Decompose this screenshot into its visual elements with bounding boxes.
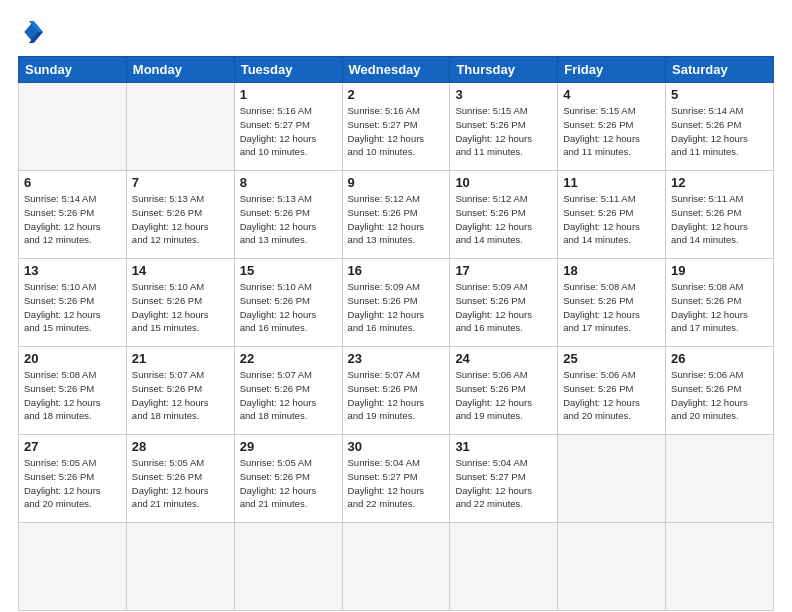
- day-info: Sunrise: 5:08 AM Sunset: 5:26 PM Dayligh…: [24, 368, 121, 423]
- calendar-cell: 18Sunrise: 5:08 AM Sunset: 5:26 PM Dayli…: [558, 259, 666, 347]
- calendar-cell: [342, 523, 450, 611]
- day-info: Sunrise: 5:10 AM Sunset: 5:26 PM Dayligh…: [240, 280, 337, 335]
- calendar-cell: 19Sunrise: 5:08 AM Sunset: 5:26 PM Dayli…: [666, 259, 774, 347]
- calendar-cell: 24Sunrise: 5:06 AM Sunset: 5:26 PM Dayli…: [450, 347, 558, 435]
- calendar-row-1: 6Sunrise: 5:14 AM Sunset: 5:26 PM Daylig…: [19, 171, 774, 259]
- day-number: 24: [455, 351, 552, 366]
- calendar-cell: 13Sunrise: 5:10 AM Sunset: 5:26 PM Dayli…: [19, 259, 127, 347]
- day-number: 12: [671, 175, 768, 190]
- day-info: Sunrise: 5:16 AM Sunset: 5:27 PM Dayligh…: [240, 104, 337, 159]
- calendar-cell: 5Sunrise: 5:14 AM Sunset: 5:26 PM Daylig…: [666, 83, 774, 171]
- day-info: Sunrise: 5:05 AM Sunset: 5:26 PM Dayligh…: [132, 456, 229, 511]
- calendar-row-3: 20Sunrise: 5:08 AM Sunset: 5:26 PM Dayli…: [19, 347, 774, 435]
- day-number: 26: [671, 351, 768, 366]
- day-info: Sunrise: 5:10 AM Sunset: 5:26 PM Dayligh…: [132, 280, 229, 335]
- calendar-cell: [234, 523, 342, 611]
- day-info: Sunrise: 5:12 AM Sunset: 5:26 PM Dayligh…: [455, 192, 552, 247]
- calendar-cell: 17Sunrise: 5:09 AM Sunset: 5:26 PM Dayli…: [450, 259, 558, 347]
- day-info: Sunrise: 5:12 AM Sunset: 5:26 PM Dayligh…: [348, 192, 445, 247]
- calendar-cell: 23Sunrise: 5:07 AM Sunset: 5:26 PM Dayli…: [342, 347, 450, 435]
- calendar-row-0: 1Sunrise: 5:16 AM Sunset: 5:27 PM Daylig…: [19, 83, 774, 171]
- logo-icon: [18, 18, 46, 46]
- day-number: 31: [455, 439, 552, 454]
- weekday-header-thursday: Thursday: [450, 57, 558, 83]
- day-info: Sunrise: 5:14 AM Sunset: 5:26 PM Dayligh…: [24, 192, 121, 247]
- day-info: Sunrise: 5:11 AM Sunset: 5:26 PM Dayligh…: [671, 192, 768, 247]
- day-number: 5: [671, 87, 768, 102]
- weekday-header-monday: Monday: [126, 57, 234, 83]
- day-number: 11: [563, 175, 660, 190]
- day-number: 16: [348, 263, 445, 278]
- day-number: 20: [24, 351, 121, 366]
- day-info: Sunrise: 5:13 AM Sunset: 5:26 PM Dayligh…: [132, 192, 229, 247]
- day-info: Sunrise: 5:11 AM Sunset: 5:26 PM Dayligh…: [563, 192, 660, 247]
- day-number: 17: [455, 263, 552, 278]
- day-number: 25: [563, 351, 660, 366]
- calendar-cell: 1Sunrise: 5:16 AM Sunset: 5:27 PM Daylig…: [234, 83, 342, 171]
- calendar-cell: 11Sunrise: 5:11 AM Sunset: 5:26 PM Dayli…: [558, 171, 666, 259]
- weekday-header-friday: Friday: [558, 57, 666, 83]
- day-info: Sunrise: 5:07 AM Sunset: 5:26 PM Dayligh…: [132, 368, 229, 423]
- day-info: Sunrise: 5:08 AM Sunset: 5:26 PM Dayligh…: [563, 280, 660, 335]
- calendar-cell: [126, 523, 234, 611]
- day-info: Sunrise: 5:15 AM Sunset: 5:26 PM Dayligh…: [563, 104, 660, 159]
- calendar-cell: 3Sunrise: 5:15 AM Sunset: 5:26 PM Daylig…: [450, 83, 558, 171]
- calendar-cell: 22Sunrise: 5:07 AM Sunset: 5:26 PM Dayli…: [234, 347, 342, 435]
- day-number: 29: [240, 439, 337, 454]
- day-info: Sunrise: 5:06 AM Sunset: 5:26 PM Dayligh…: [563, 368, 660, 423]
- calendar-cell: [126, 83, 234, 171]
- weekday-header-saturday: Saturday: [666, 57, 774, 83]
- day-number: 27: [24, 439, 121, 454]
- day-number: 7: [132, 175, 229, 190]
- calendar-table: SundayMondayTuesdayWednesdayThursdayFrid…: [18, 56, 774, 611]
- day-number: 13: [24, 263, 121, 278]
- day-number: 15: [240, 263, 337, 278]
- calendar-cell: 26Sunrise: 5:06 AM Sunset: 5:26 PM Dayli…: [666, 347, 774, 435]
- day-number: 4: [563, 87, 660, 102]
- calendar-cell: 12Sunrise: 5:11 AM Sunset: 5:26 PM Dayli…: [666, 171, 774, 259]
- calendar-cell: [666, 435, 774, 523]
- calendar-cell: 21Sunrise: 5:07 AM Sunset: 5:26 PM Dayli…: [126, 347, 234, 435]
- day-number: 1: [240, 87, 337, 102]
- day-info: Sunrise: 5:16 AM Sunset: 5:27 PM Dayligh…: [348, 104, 445, 159]
- day-number: 3: [455, 87, 552, 102]
- day-number: 19: [671, 263, 768, 278]
- calendar-cell: 30Sunrise: 5:04 AM Sunset: 5:27 PM Dayli…: [342, 435, 450, 523]
- day-info: Sunrise: 5:04 AM Sunset: 5:27 PM Dayligh…: [348, 456, 445, 511]
- day-number: 30: [348, 439, 445, 454]
- day-number: 2: [348, 87, 445, 102]
- day-info: Sunrise: 5:07 AM Sunset: 5:26 PM Dayligh…: [240, 368, 337, 423]
- day-info: Sunrise: 5:05 AM Sunset: 5:26 PM Dayligh…: [240, 456, 337, 511]
- day-info: Sunrise: 5:07 AM Sunset: 5:26 PM Dayligh…: [348, 368, 445, 423]
- day-info: Sunrise: 5:06 AM Sunset: 5:26 PM Dayligh…: [455, 368, 552, 423]
- calendar-cell: 28Sunrise: 5:05 AM Sunset: 5:26 PM Dayli…: [126, 435, 234, 523]
- calendar-cell: [450, 523, 558, 611]
- day-number: 21: [132, 351, 229, 366]
- day-number: 23: [348, 351, 445, 366]
- calendar-cell: 9Sunrise: 5:12 AM Sunset: 5:26 PM Daylig…: [342, 171, 450, 259]
- calendar-cell: 8Sunrise: 5:13 AM Sunset: 5:26 PM Daylig…: [234, 171, 342, 259]
- logo: [18, 18, 50, 46]
- calendar-cell: 20Sunrise: 5:08 AM Sunset: 5:26 PM Dayli…: [19, 347, 127, 435]
- day-info: Sunrise: 5:14 AM Sunset: 5:26 PM Dayligh…: [671, 104, 768, 159]
- calendar-cell: [19, 83, 127, 171]
- calendar-cell: 7Sunrise: 5:13 AM Sunset: 5:26 PM Daylig…: [126, 171, 234, 259]
- weekday-header-tuesday: Tuesday: [234, 57, 342, 83]
- day-number: 10: [455, 175, 552, 190]
- day-info: Sunrise: 5:10 AM Sunset: 5:26 PM Dayligh…: [24, 280, 121, 335]
- calendar-row-5: [19, 523, 774, 611]
- day-info: Sunrise: 5:05 AM Sunset: 5:26 PM Dayligh…: [24, 456, 121, 511]
- calendar-cell: [19, 523, 127, 611]
- calendar-cell: 25Sunrise: 5:06 AM Sunset: 5:26 PM Dayli…: [558, 347, 666, 435]
- day-number: 14: [132, 263, 229, 278]
- day-number: 6: [24, 175, 121, 190]
- day-number: 22: [240, 351, 337, 366]
- calendar-cell: 4Sunrise: 5:15 AM Sunset: 5:26 PM Daylig…: [558, 83, 666, 171]
- calendar-cell: 10Sunrise: 5:12 AM Sunset: 5:26 PM Dayli…: [450, 171, 558, 259]
- weekday-header-sunday: Sunday: [19, 57, 127, 83]
- day-info: Sunrise: 5:08 AM Sunset: 5:26 PM Dayligh…: [671, 280, 768, 335]
- header: [18, 18, 774, 46]
- weekday-header-row: SundayMondayTuesdayWednesdayThursdayFrid…: [19, 57, 774, 83]
- calendar-cell: 2Sunrise: 5:16 AM Sunset: 5:27 PM Daylig…: [342, 83, 450, 171]
- calendar-cell: 16Sunrise: 5:09 AM Sunset: 5:26 PM Dayli…: [342, 259, 450, 347]
